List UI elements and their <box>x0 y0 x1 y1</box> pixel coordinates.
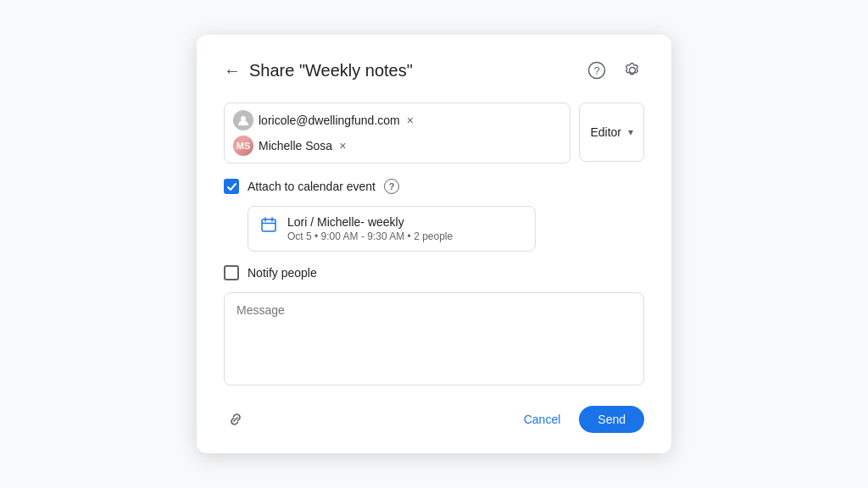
avatar-lori <box>233 110 253 130</box>
attach-calendar-label: Attach to calendar event <box>248 180 376 193</box>
chip-michelle-remove[interactable]: × <box>339 139 346 152</box>
settings-icon-button[interactable] <box>620 58 644 82</box>
dialog-header: ← Share "Weekly notes" ? <box>224 58 644 82</box>
notify-row: Notify people <box>224 265 644 280</box>
chip-lori: loricole@dwellingfund.com × <box>233 110 561 130</box>
share-row: loricole@dwellingfund.com × MS Michelle … <box>224 103 644 164</box>
calendar-icon <box>260 216 277 237</box>
message-textarea[interactable] <box>224 292 644 385</box>
footer-actions: Cancel Send <box>514 406 644 433</box>
attach-help-icon[interactable]: ? <box>384 179 399 194</box>
svg-text:?: ? <box>593 64 599 77</box>
calendar-event-card[interactable]: Lori / Michelle- weekly Oct 5 • 9:00 AM … <box>248 206 536 252</box>
notify-label: Notify people <box>248 266 317 280</box>
notify-checkbox[interactable] <box>224 265 239 280</box>
role-dropdown[interactable]: Editor ▾ <box>579 103 644 162</box>
calendar-event-detail: Oct 5 • 9:00 AM - 9:30 AM • 2 people <box>287 230 453 242</box>
attach-calendar-row: Attach to calendar event ? <box>224 179 644 194</box>
share-dialog: ← Share "Weekly notes" ? <box>197 35 671 453</box>
back-button[interactable]: ← <box>224 62 241 79</box>
copy-link-icon[interactable] <box>224 408 248 431</box>
header-icons: ? <box>585 58 644 82</box>
calendar-event-info: Lori / Michelle- weekly Oct 5 • 9:00 AM … <box>287 215 453 242</box>
header-left: ← Share "Weekly notes" <box>224 61 413 80</box>
avatar-michelle: MS <box>233 136 253 156</box>
chip-lori-remove[interactable]: × <box>407 114 414 127</box>
chip-michelle-name: Michelle Sosa <box>259 139 332 152</box>
chip-lori-email: loricole@dwellingfund.com <box>259 114 400 127</box>
chip-michelle: MS Michelle Sosa × <box>233 136 561 156</box>
role-label: Editor <box>590 125 621 139</box>
recipients-box[interactable]: loricole@dwellingfund.com × MS Michelle … <box>224 103 570 164</box>
send-button[interactable]: Send <box>579 406 644 433</box>
cancel-button[interactable]: Cancel <box>514 406 571 433</box>
dialog-footer: Cancel Send <box>224 406 644 433</box>
dropdown-arrow-icon: ▾ <box>628 126 633 138</box>
attach-calendar-checkbox[interactable] <box>224 179 239 194</box>
svg-rect-3 <box>262 219 275 231</box>
dialog-title: Share "Weekly notes" <box>249 61 413 80</box>
help-icon-button[interactable]: ? <box>585 58 609 82</box>
calendar-event-title: Lori / Michelle- weekly <box>287 215 453 229</box>
